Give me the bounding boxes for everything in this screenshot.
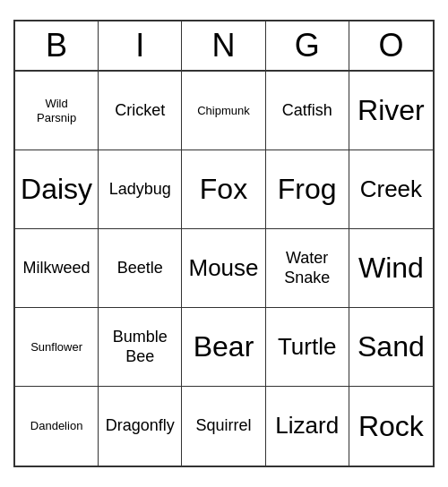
cell-label: Catfish — [282, 101, 332, 121]
cell-label: Sand — [358, 329, 425, 363]
cell-label: River — [358, 93, 425, 127]
bingo-cell: Wind — [349, 229, 433, 308]
bingo-cell: Squirrel — [182, 387, 265, 466]
bingo-cell: River — [349, 72, 433, 150]
cell-label: WildParsnip — [37, 97, 76, 124]
cell-label: Rock — [358, 409, 424, 443]
cell-label: Sunflower — [30, 340, 82, 355]
cell-label: Ladybug — [109, 180, 171, 200]
cell-label: Creek — [360, 175, 422, 203]
bingo-cell: Creek — [349, 150, 433, 229]
bingo-cell: Mouse — [182, 229, 265, 308]
bingo-cell: Milkweed — [15, 229, 99, 308]
cell-label: Daisy — [21, 172, 92, 206]
bingo-cell: Dandelion — [15, 387, 99, 466]
bingo-cell: Turtle — [266, 308, 349, 387]
cell-label: Frog — [278, 172, 337, 206]
cell-label: Turtle — [278, 333, 337, 361]
cell-label: Milkweed — [23, 259, 90, 278]
cell-label: Squirrel — [195, 416, 251, 436]
bingo-header-letter: B — [15, 21, 99, 70]
cell-label: BumbleBee — [113, 328, 168, 366]
bingo-cell: WildParsnip — [15, 72, 99, 150]
cell-label: Fox — [200, 172, 247, 206]
cell-label: Wind — [358, 251, 424, 285]
bingo-cell: Catfish — [266, 72, 349, 150]
bingo-cell: BumbleBee — [99, 308, 182, 387]
bingo-cell: Cricket — [99, 72, 182, 150]
bingo-header-letter: I — [99, 21, 182, 70]
cell-label: Beetle — [117, 259, 163, 278]
cell-label: Cricket — [115, 101, 165, 121]
bingo-header-letter: G — [266, 21, 349, 70]
bingo-header-letter: N — [182, 21, 265, 70]
bingo-cell: Dragonfly — [99, 387, 182, 466]
cell-label: WaterSnake — [284, 249, 330, 287]
cell-label: Lizard — [275, 412, 339, 440]
bingo-grid: WildParsnipCricketChipmunkCatfishRiverDa… — [15, 72, 433, 466]
bingo-cell: Frog — [266, 150, 349, 229]
bingo-cell: Sunflower — [15, 308, 99, 387]
bingo-cell: Bear — [182, 308, 265, 387]
bingo-cell: Sand — [349, 308, 433, 387]
cell-label: Dragonfly — [106, 416, 175, 436]
bingo-card: BINGO WildParsnipCricketChipmunkCatfishR… — [13, 20, 435, 467]
bingo-cell: Lizard — [266, 387, 349, 466]
bingo-header-letter: O — [349, 21, 433, 70]
cell-label: Dandelion — [30, 419, 83, 433]
cell-label: Bear — [194, 329, 254, 363]
bingo-cell: Ladybug — [99, 150, 182, 229]
bingo-cell: WaterSnake — [266, 229, 349, 308]
bingo-header: BINGO — [15, 21, 433, 72]
bingo-cell: Chipmunk — [182, 72, 265, 150]
bingo-cell: Rock — [349, 387, 433, 466]
cell-label: Mouse — [188, 254, 258, 282]
bingo-cell: Daisy — [15, 150, 99, 229]
bingo-cell: Beetle — [99, 229, 182, 308]
bingo-cell: Fox — [182, 150, 265, 229]
cell-label: Chipmunk — [197, 104, 250, 118]
